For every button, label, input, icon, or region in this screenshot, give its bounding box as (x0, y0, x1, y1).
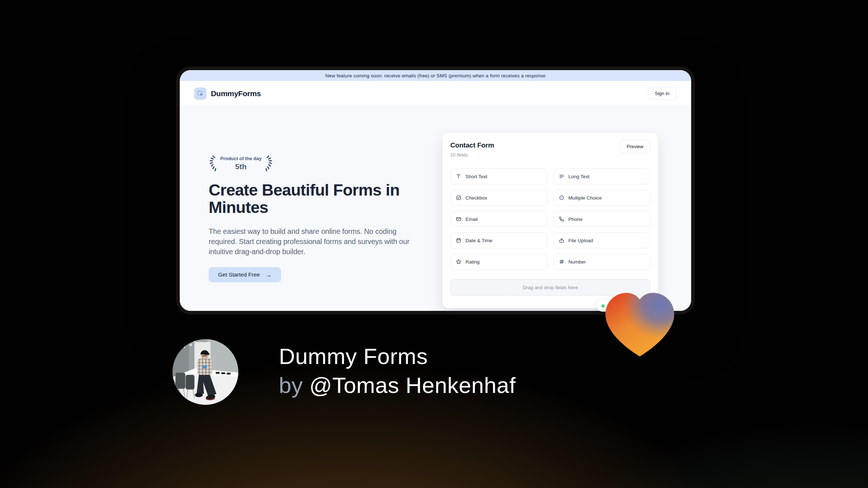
field-type-phone[interactable]: Phone (553, 211, 651, 227)
field-type-short-text[interactable]: Short Text (450, 168, 548, 184)
product-of-the-day-badge: Product of the day 5th (209, 155, 273, 172)
field-type-grid: Short Text Long Text (450, 168, 650, 270)
award-text: Product of the day 5th (220, 156, 261, 170)
field-type-label: Phone (569, 217, 583, 222)
credit-byline: by @Tomas Henkenhaf (279, 371, 516, 400)
field-type-email[interactable]: Email (450, 211, 548, 227)
upload-icon (559, 237, 565, 243)
laurel-left-icon (209, 155, 217, 172)
laurel-right-icon (264, 155, 273, 172)
field-type-long-text[interactable]: Long Text (553, 168, 651, 184)
field-type-label: Multiple Choice (569, 195, 602, 201)
drag-drop-text: Drag and drop fields here (523, 285, 578, 290)
hero-section: Product of the day 5th Create Beautiful … (180, 106, 691, 311)
credit-byline-prefix: by (279, 373, 303, 398)
form-field-count: 10 fields (450, 152, 650, 158)
online-dot-icon (601, 304, 605, 308)
field-type-multiple-choice[interactable]: Multiple Choice (553, 190, 651, 206)
dashed-select-cursor-icon (197, 90, 204, 97)
hero-headline: Create Beautiful Forms in Minutes (209, 181, 447, 216)
announcement-text: New feature coming soon: receive emails … (326, 73, 546, 78)
preview-button[interactable]: Preview (620, 140, 650, 153)
calendar-icon (456, 237, 461, 243)
gradient-heart-icon (605, 292, 674, 357)
field-type-file-upload[interactable]: File Upload (553, 232, 651, 248)
promo-image: New feature coming soon: receive emails … (0, 0, 868, 488)
field-type-rating[interactable]: Rating (450, 254, 548, 270)
announcement-banner: New feature coming soon: receive emails … (180, 70, 691, 81)
field-type-label: Email (465, 217, 478, 222)
hero-description: The easiest way to build and share onlin… (209, 226, 420, 257)
field-type-label: File Upload (569, 238, 593, 243)
field-type-label: Short Text (465, 174, 488, 179)
credit-byline-name: @Tomas Henkenhaf (309, 373, 516, 398)
multiple-choice-icon (559, 195, 565, 201)
brand-name: DummyForms (211, 89, 261, 98)
field-type-label: Long Text (569, 174, 590, 179)
form-builder-card: Contact Form 10 fields Preview Short Tex… (442, 133, 658, 308)
award-rank: 5th (235, 162, 247, 171)
award-title: Product of the day (220, 156, 261, 161)
field-type-number[interactable]: Number (553, 254, 651, 270)
long-text-icon (559, 174, 565, 179)
get-started-label: Get Started Free (218, 271, 260, 278)
app-page: New feature coming soon: receive emails … (180, 70, 691, 311)
get-started-button[interactable]: Get Started Free → (209, 267, 281, 282)
app-logo (194, 87, 207, 100)
maker-credit: Dummy Forms by @Tomas Henkenhaf (279, 342, 516, 400)
star-icon (456, 259, 461, 265)
field-type-label: Number (569, 259, 586, 265)
short-text-icon (456, 174, 461, 179)
maker-avatar (173, 339, 238, 405)
arrow-right-icon: → (265, 272, 272, 278)
credit-title: Dummy Forms (279, 342, 516, 371)
phone-icon (559, 216, 565, 222)
number-hash-icon (559, 259, 565, 265)
field-type-label: Date & Time (465, 238, 492, 243)
sign-in-button[interactable]: Sign In (648, 87, 677, 100)
field-type-date-time[interactable]: Date & Time (450, 232, 548, 248)
maker-photo-illustration (173, 339, 238, 405)
field-type-label: Checkbox (465, 195, 487, 201)
checkbox-icon (456, 195, 461, 201)
field-type-checkbox[interactable]: Checkbox (450, 190, 548, 206)
email-icon (456, 216, 461, 222)
top-nav: DummyForms Sign In (180, 81, 691, 106)
field-type-label: Rating (465, 259, 480, 265)
browser-window: New feature coming soon: receive emails … (176, 67, 695, 314)
